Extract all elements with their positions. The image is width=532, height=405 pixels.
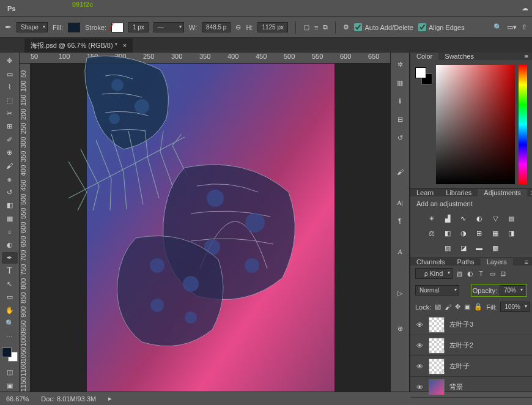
bw-icon[interactable]: ◧ — [442, 228, 453, 238]
gear-icon[interactable]: ⚙ — [343, 23, 349, 31]
blur-tool[interactable]: ○ — [2, 226, 18, 237]
tab-color[interactable]: Color — [410, 53, 438, 60]
width-input[interactable]: 848.5 p — [202, 22, 231, 32]
lock-nest-icon[interactable]: ▣ — [464, 303, 470, 311]
eraser-tool[interactable]: ◧ — [2, 199, 18, 211]
panel-menu-icon[interactable]: ≡ — [521, 258, 532, 266]
stroke-style-dropdown[interactable]: — — [153, 22, 184, 32]
selective-color-icon[interactable]: ▩ — [490, 243, 501, 253]
channel-mixer-icon[interactable]: ⊞ — [474, 228, 485, 238]
styles-icon[interactable]: ⊕ — [392, 322, 408, 335]
visibility-icon[interactable]: 👁 — [415, 363, 424, 370]
stamp-tool[interactable]: ⎈ — [2, 173, 18, 185]
share-icon[interactable]: ⇧ — [522, 23, 527, 31]
tab-learn[interactable]: Learn — [410, 189, 440, 196]
layer-thumb[interactable]: ▸ — [429, 338, 445, 354]
fill-swatch[interactable] — [68, 23, 80, 32]
hue-slider[interactable] — [519, 65, 527, 184]
quick-select-tool[interactable]: ⬚ — [2, 94, 18, 106]
lasso-tool[interactable]: ⌇ — [2, 81, 18, 93]
lock-pos-icon[interactable]: ✥ — [455, 303, 460, 311]
lock-trans-icon[interactable]: ▧ — [435, 303, 441, 311]
fg-bg-color[interactable] — [415, 67, 432, 84]
filter-type-icon[interactable]: T — [477, 270, 486, 277]
tab-paths[interactable]: Paths — [451, 258, 480, 266]
layer-kind-dropdown[interactable]: ρ Kind — [415, 268, 453, 279]
layer-row[interactable]: 👁 ▸ 左叶子 — [410, 356, 532, 377]
panel-menu-icon[interactable]: ≡ — [521, 53, 532, 60]
lock-all-icon[interactable]: 🔒 — [474, 303, 482, 311]
character-icon[interactable]: A| — [392, 196, 408, 209]
filter-shape-icon[interactable]: ▭ — [488, 270, 497, 278]
blend-mode-dropdown[interactable]: Normal — [415, 285, 459, 295]
filter-adjust-icon[interactable]: ◐ — [466, 270, 475, 278]
threshold-icon[interactable]: ◪ — [458, 243, 469, 253]
hue-sat-icon[interactable]: ▤ — [506, 214, 517, 223]
layer-row[interactable]: 👁 ▸ 左叶子2 — [410, 335, 532, 356]
tab-channels[interactable]: Channels — [410, 258, 451, 266]
layer-thumb[interactable] — [429, 379, 445, 395]
visibility-icon[interactable]: 👁 — [415, 342, 424, 349]
layer-row[interactable]: 👁 背景 — [410, 377, 532, 398]
exposure-icon[interactable]: ◐ — [474, 214, 485, 223]
height-input[interactable]: 1125 px — [257, 22, 288, 32]
search-icon[interactable]: 🔍 — [493, 23, 502, 31]
type-tool[interactable]: T — [2, 265, 18, 277]
stroke-width-input[interactable]: 1 px — [128, 22, 149, 32]
zoom-tool[interactable]: 🔍 — [2, 318, 18, 329]
dodge-tool[interactable]: ◐ — [2, 239, 18, 250]
stroke-swatch[interactable]: ⁄ — [111, 23, 124, 32]
close-icon[interactable]: × — [123, 42, 127, 49]
tab-layers[interactable]: Layers — [481, 258, 513, 266]
zoom-level[interactable]: 66.67% — [6, 395, 29, 403]
status-chevron-icon[interactable]: ▸ — [108, 395, 112, 403]
frame-tool[interactable]: ⊞ — [2, 121, 18, 132]
properties-icon[interactable]: ⊟ — [392, 113, 408, 126]
color-lookup-icon[interactable]: ▦ — [490, 228, 501, 238]
visibility-icon[interactable]: 👁 — [415, 321, 424, 329]
cloud-icon[interactable]: ☁ — [522, 4, 528, 12]
doc-size[interactable]: Doc: 8.01M/93.3M — [41, 395, 96, 403]
paragraph-icon[interactable]: ¶ — [392, 214, 408, 228]
gradient-map-icon[interactable]: ▬ — [474, 243, 485, 253]
tab-libraries[interactable]: Libraries — [440, 189, 478, 196]
history-brush-tool[interactable]: ↺ — [2, 187, 18, 198]
rectangle-tool[interactable]: ▭ — [2, 291, 18, 303]
panel-menu-icon[interactable]: ≡ — [527, 189, 532, 196]
eyedropper-tool[interactable]: ✐ — [2, 134, 18, 146]
document-tab[interactable]: 海报.psd @ 66.7% (RGB/8) * × — [24, 39, 133, 53]
edit-toolbar[interactable]: ⋯ — [2, 331, 18, 343]
pen-tool[interactable]: ✒ — [2, 252, 18, 264]
path-select-tool[interactable]: ↖ — [2, 278, 18, 290]
fill-opacity-input[interactable]: 100% — [500, 302, 530, 312]
auto-add-delete-checkbox[interactable]: Auto Add/Delete — [354, 23, 413, 31]
layer-name[interactable]: 左叶子2 — [449, 341, 473, 350]
path-align-icon[interactable]: ≡ — [314, 24, 318, 31]
layer-row[interactable]: 👁 ▸ 左叶子3 — [410, 314, 532, 335]
layer-thumb[interactable]: ▸ — [429, 359, 445, 374]
vibrance-icon[interactable]: ▽ — [490, 214, 501, 223]
brightness-icon[interactable]: ☀ — [426, 214, 437, 223]
quick-mask-icon[interactable]: ◫ — [2, 366, 18, 378]
align-edges-checkbox[interactable]: Align Edges — [418, 23, 465, 31]
opacity-input[interactable]: 70% — [500, 285, 525, 295]
fg-bg-swatch[interactable] — [2, 347, 18, 362]
brushes-icon[interactable]: 🖌 — [392, 165, 408, 179]
gradient-tool[interactable]: ▦ — [2, 212, 18, 224]
lock-paint-icon[interactable]: 🖌 — [445, 303, 451, 311]
curves-icon[interactable]: ∿ — [458, 214, 469, 223]
layer-name[interactable]: 左叶子3 — [449, 320, 473, 329]
photo-filter-icon[interactable]: ◑ — [458, 228, 469, 238]
layer-name[interactable]: 左叶子 — [449, 362, 470, 371]
workspace-icon[interactable]: ▭▾ — [507, 23, 517, 31]
layer-thumb[interactable]: ▸ — [429, 317, 445, 333]
tool-mode-dropdown[interactable]: Shape — [17, 22, 48, 32]
invert-icon[interactable]: ◨ — [506, 228, 517, 238]
color-field[interactable] — [436, 65, 515, 184]
filter-smart-icon[interactable]: ⊡ — [499, 270, 508, 278]
hand-tool[interactable]: ✋ — [2, 305, 18, 316]
color-balance-icon[interactable]: ⚖ — [426, 228, 437, 238]
crop-tool[interactable]: ✂ — [2, 108, 18, 119]
posterize-icon[interactable]: ▨ — [442, 243, 453, 253]
layer-name[interactable]: 背景 — [449, 382, 463, 392]
